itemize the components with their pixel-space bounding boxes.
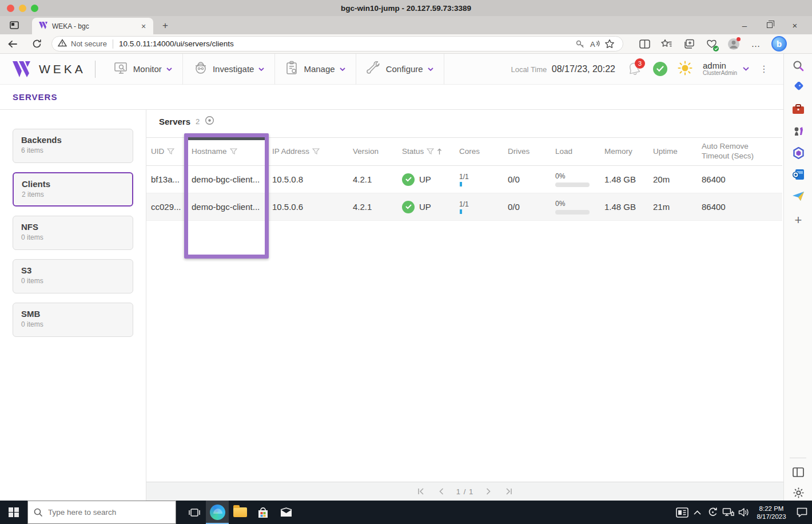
windows-taskbar: 8:22 PM 8/17/2023 <box>0 501 812 524</box>
col-load[interactable]: Load <box>551 147 600 157</box>
notifications-button[interactable]: 3 <box>626 61 643 78</box>
clock-date: 8/17/2023 <box>751 513 791 521</box>
sidebar-item-smb[interactable]: SMB 0 items <box>13 303 133 337</box>
not-secure-label[interactable]: Not secure <box>71 39 107 48</box>
sidebar-settings-gear-icon[interactable] <box>784 484 812 501</box>
menu-manage[interactable]: Manage <box>275 54 356 85</box>
action-center-icon[interactable] <box>791 501 812 524</box>
table-header-row: UID Hostname IP Address Version Status C… <box>146 137 782 166</box>
user-menu[interactable]: admin ClusterAdmin <box>703 61 749 76</box>
window-close-button[interactable]: × <box>782 16 807 34</box>
bing-chat-icon[interactable]: b <box>771 36 787 51</box>
split-screen-icon[interactable] <box>636 35 653 53</box>
sidebar-item-nfs[interactable]: NFS 0 items <box>13 216 133 250</box>
volume-icon[interactable] <box>736 501 751 524</box>
minimize-traffic-light[interactable] <box>19 5 26 12</box>
weka-logo[interactable]: WEKA <box>13 61 86 77</box>
start-button[interactable] <box>0 501 27 524</box>
tab-close-icon[interactable]: × <box>138 21 149 31</box>
window-minimize-button[interactable]: – <box>732 16 757 34</box>
show-hidden-icons-chevron[interactable] <box>690 501 705 524</box>
rdp-screen: bgc-win10-jump - 20.127.59.73:3389 WEKA … <box>0 0 812 524</box>
sidebar-m365-icon[interactable] <box>784 144 812 161</box>
browser-tab[interactable]: WEKA - bgc × <box>32 18 153 34</box>
back-button[interactable] <box>5 36 21 52</box>
browser-menu-icon[interactable]: … <box>747 35 765 53</box>
widgets-news-icon[interactable] <box>674 501 690 524</box>
chevron-down-icon <box>258 68 264 71</box>
taskbar-clock[interactable]: 8:22 PM 8/17/2023 <box>751 504 791 521</box>
sidebar-item-clients[interactable]: Clients 2 items <box>13 172 133 207</box>
col-status[interactable]: Status <box>397 147 455 157</box>
chevron-down-icon <box>428 68 433 71</box>
sidebar-drop-icon[interactable] <box>784 188 812 205</box>
sidebar-item-backends[interactable]: Backends 6 items <box>13 129 133 163</box>
page-title-bar: SERVERS <box>0 85 783 110</box>
last-page-button[interactable] <box>503 486 515 497</box>
tab-title: WEKA - bgc <box>52 22 138 30</box>
taskbar-edge-icon[interactable] <box>206 501 229 524</box>
task-view-button[interactable] <box>183 501 206 524</box>
new-tab-button[interactable]: + <box>159 19 172 32</box>
col-hostname[interactable]: Hostname <box>187 147 268 157</box>
weka-header: WEKA Monitor Investigate <box>0 54 783 85</box>
sidebar-item-s3[interactable]: S3 0 items <box>13 259 133 293</box>
sidebar-games-icon[interactable] <box>784 122 812 140</box>
menu-configure[interactable]: Configure <box>356 54 444 85</box>
col-uid[interactable]: UID <box>146 147 187 157</box>
favorite-star-icon[interactable] <box>602 37 617 51</box>
address-bar[interactable]: Not secure 10.5.0.11:14000/ui/servers/cl… <box>51 36 623 51</box>
password-key-icon[interactable] <box>572 37 587 51</box>
monitor-icon <box>114 61 129 77</box>
network-icon[interactable] <box>721 501 736 524</box>
sidebar-tools-icon[interactable] <box>784 101 812 118</box>
sidebar-outlook-icon[interactable] <box>784 166 812 183</box>
overflow-menu-icon[interactable]: ⋮ <box>759 68 769 70</box>
col-drives[interactable]: Drives <box>503 147 551 157</box>
col-auto-remove[interactable]: Auto Remove Timeout (Secs) <box>697 142 782 161</box>
windows-logo-icon <box>9 507 19 518</box>
col-uptime[interactable]: Uptime <box>648 147 697 157</box>
window-restore-button[interactable] <box>757 16 782 34</box>
profile-avatar[interactable] <box>725 35 742 53</box>
col-version[interactable]: Version <box>348 147 397 157</box>
filter-icon <box>312 148 320 155</box>
menu-monitor[interactable]: Monitor <box>104 54 183 85</box>
favorites-hub-icon[interactable] <box>658 35 675 53</box>
taskbar-file-explorer-icon[interactable] <box>229 501 252 524</box>
url-text[interactable]: 10.5.0.11:14000/ui/servers/clients <box>119 39 572 48</box>
read-aloud-icon[interactable]: A <box>587 37 602 51</box>
sidebar-panel-toggle-icon[interactable] <box>784 463 812 481</box>
weka-app: WEKA Monitor Investigate <box>0 54 783 501</box>
sidebar-add-button[interactable]: + <box>784 212 812 229</box>
header-divider <box>95 61 95 78</box>
browser-essentials-icon[interactable] <box>703 35 720 53</box>
taskbar-store-icon[interactable] <box>252 501 274 524</box>
theme-toggle-sun-icon[interactable] <box>678 61 692 78</box>
taskbar-search-box[interactable] <box>27 501 176 524</box>
sidebar-shopping-icon[interactable] <box>784 79 812 96</box>
close-traffic-light[interactable] <box>7 5 14 12</box>
search-input[interactable] <box>48 508 157 517</box>
taskbar-mail-icon[interactable] <box>274 501 297 524</box>
table-row[interactable]: bf13a... demo-bgc-client... 10.5.0.8 4.2… <box>146 166 782 193</box>
col-cores[interactable]: Cores <box>455 147 503 157</box>
prev-page-button[interactable] <box>436 486 447 497</box>
menu-investigate[interactable]: Investigate <box>183 54 276 85</box>
next-page-button[interactable] <box>483 486 494 497</box>
refresh-button[interactable] <box>29 36 45 52</box>
col-memory[interactable]: Memory <box>600 147 648 157</box>
sidebar-search-icon[interactable] <box>784 57 812 74</box>
sidebar-divider <box>790 458 806 458</box>
cores-usage-bar <box>460 209 462 214</box>
table-row[interactable]: cc029... demo-bgc-client... 10.5.0.6 4.2… <box>146 193 782 221</box>
zoom-traffic-light[interactable] <box>31 5 38 12</box>
collections-icon[interactable] <box>680 35 698 53</box>
tab-actions-icon[interactable] <box>8 19 21 31</box>
cluster-health-icon[interactable] <box>653 62 667 76</box>
svg-text:A: A <box>590 40 595 49</box>
onedrive-sync-icon[interactable] <box>705 501 721 524</box>
column-visibility-eye-icon[interactable] <box>205 116 214 128</box>
first-page-button[interactable] <box>415 486 427 497</box>
col-ip[interactable]: IP Address <box>268 147 348 157</box>
